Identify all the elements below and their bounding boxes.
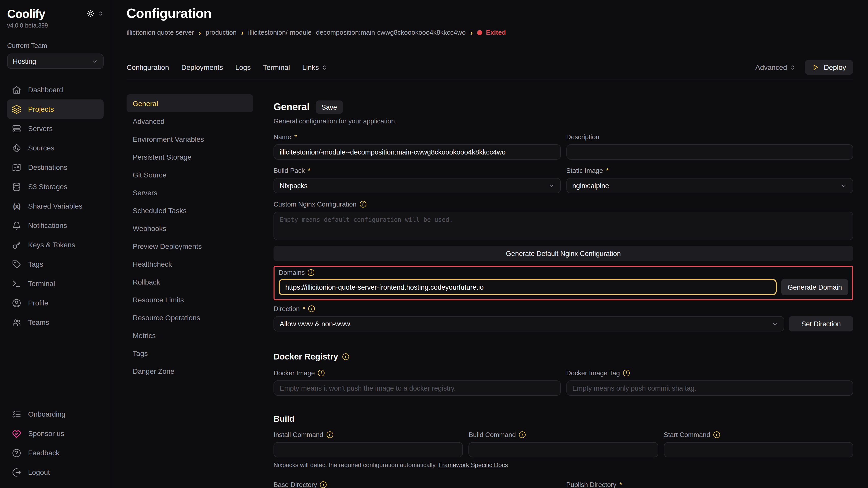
docker-image-tag-label: Docker Image Tagi [566,369,853,377]
tab-logs[interactable]: Logs [235,63,251,71]
tab-deployments[interactable]: Deployments [181,63,223,71]
build-pack-select[interactable]: Nixpacks [274,178,561,193]
advanced-dropdown[interactable]: Advanced [755,63,796,71]
subnav-item-resource-limits[interactable]: Resource Limits [127,291,253,308]
breadcrumb-project[interactable]: illicitonion quote server [127,29,194,36]
sidebar-item-notifications[interactable]: Notifications [7,216,103,235]
status-dot-icon [477,30,483,35]
subnav-item-tags[interactable]: Tags [127,344,253,362]
sidebar-item-label: Profile [28,299,48,307]
sidebar-item-projects[interactable]: Projects [7,99,103,119]
status-text: Exited [486,29,506,36]
sidebar-item-sources[interactable]: Sources [7,138,103,158]
static-image-value: nginx:alpine [572,182,609,189]
custom-nginx-textarea[interactable] [274,212,853,240]
info-icon[interactable]: i [320,481,327,488]
breadcrumb-environment[interactable]: production [206,29,237,36]
direction-select[interactable]: Allow www & non-www. [274,316,784,331]
install-command-input[interactable] [274,442,463,457]
subnav-item-servers[interactable]: Servers [127,184,253,201]
sidebar-item-servers[interactable]: Servers [7,119,103,138]
sidebar-item-terminal[interactable]: Terminal [7,274,103,293]
sidebar-item-label: Shared Variables [28,202,83,210]
current-team-label: Current Team [7,42,103,50]
sidebar-item-profile[interactable]: Profile [7,293,103,313]
subnav-item-persistent-storage[interactable]: Persistent Storage [127,148,253,166]
info-icon[interactable]: i [318,370,324,376]
info-icon[interactable]: i [360,201,366,207]
domains-input[interactable] [279,279,777,295]
set-direction-button[interactable]: Set Direction [789,316,853,331]
subnav-item-preview-deployments[interactable]: Preview Deployments [127,237,253,255]
direction-value: Allow www & non-www. [280,320,351,328]
chevrons-up-down-icon [321,65,327,70]
theme-sun-icon[interactable] [87,10,94,17]
subnav-item-git-source[interactable]: Git Source [127,166,253,184]
sidebar-item-s3-storages[interactable]: S3 Storages [7,177,103,196]
static-image-select[interactable]: nginx:alpine [566,178,853,193]
info-icon[interactable]: i [308,305,315,312]
tab-terminal[interactable]: Terminal [263,63,290,71]
name-label: Name* [274,133,561,141]
subnav-item-metrics[interactable]: Metrics [127,326,253,344]
heart-icon [12,429,22,438]
sidebar-nav: Dashboard Projects Servers Sources Desti… [7,80,103,332]
sidebar-item-destinations[interactable]: Destinations [7,158,103,177]
breadcrumb-application[interactable]: illicitestonion/-module--decomposition:m… [248,29,466,36]
logout-icon [12,467,22,477]
subnav-item-scheduled-tasks[interactable]: Scheduled Tasks [127,201,253,219]
sidebar-item-onboarding[interactable]: Onboarding [7,404,103,424]
deploy-button[interactable]: Deploy [805,60,853,75]
name-input[interactable] [274,144,561,160]
sidebar-item-tags[interactable]: Tags [7,255,103,274]
subnav-item-resource-operations[interactable]: Resource Operations [127,308,253,326]
theme-chevrons-up-down-icon[interactable] [98,11,103,16]
subnav-item-healthcheck[interactable]: Healthcheck [127,255,253,273]
docker-image-input[interactable] [274,381,561,396]
nixpacks-note: Nixpacks will detect the required config… [274,461,853,468]
save-button[interactable]: Save [316,100,343,114]
subnav-item-environment-variables[interactable]: Environment Variables [127,130,253,148]
required-asterisk: * [606,167,609,174]
info-icon[interactable]: i [342,353,349,360]
info-icon[interactable]: i [713,431,720,438]
tab-configuration[interactable]: Configuration [127,63,169,71]
team-select[interactable]: Hosting [7,54,103,69]
sidebar-item-sponsor-us[interactable]: Sponsor us [7,424,103,443]
start-command-input[interactable] [663,442,853,457]
build-command-input[interactable] [469,442,658,457]
sidebar-item-shared-variables[interactable]: (x) Shared Variables [7,196,103,216]
sidebar-item-label: Sources [28,144,54,152]
subnav-item-rollback[interactable]: Rollback [127,273,253,291]
users-icon [12,318,22,327]
sidebar-item-keys-tokens[interactable]: Keys & Tokens [7,235,103,255]
docker-image-tag-input[interactable] [566,381,853,396]
framework-docs-link[interactable]: Framework Specific Docs [439,461,508,468]
main-area: Configuration illicitonion quote server … [111,0,868,488]
config-subnav: General Advanced Environment Variables P… [127,94,253,488]
subnav-item-danger-zone[interactable]: Danger Zone [127,362,253,380]
sidebar-item-dashboard[interactable]: Dashboard [7,80,103,99]
subnav-item-general[interactable]: General [127,94,253,112]
subnav-item-webhooks[interactable]: Webhooks [127,219,253,237]
info-icon[interactable]: i [326,431,333,438]
docker-registry-title: Docker Registryi [274,352,853,362]
sidebar-item-label: Keys & Tokens [28,241,75,249]
user-circle-icon [12,298,22,308]
generate-nginx-button[interactable]: Generate Default Nginx Configuration [274,246,853,261]
custom-nginx-label: Custom Nginx Configurationi [274,200,853,208]
subnav-item-advanced[interactable]: Advanced [127,112,253,130]
sidebar-item-logout[interactable]: Logout [7,462,103,482]
sidebar-item-label: Notifications [28,221,67,229]
info-icon[interactable]: i [308,269,315,276]
description-input[interactable] [566,144,853,160]
app-version: v4.0.0-beta.399 [7,23,103,29]
info-icon[interactable]: i [519,431,526,438]
sidebar-item-teams[interactable]: Teams [7,313,103,332]
info-icon[interactable]: i [623,370,630,376]
git-source-icon [12,143,22,153]
sidebar-item-label: Projects [28,105,54,113]
sidebar-item-feedback[interactable]: Feedback [7,443,103,462]
generate-domain-button[interactable]: Generate Domain [781,279,848,295]
tab-links[interactable]: Links [302,63,327,71]
